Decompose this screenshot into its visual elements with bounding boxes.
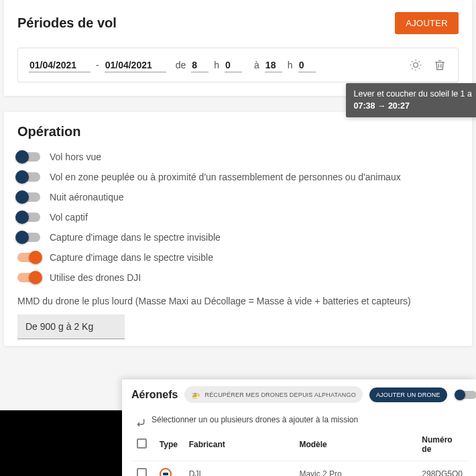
- toggle-dji[interactable]: [17, 273, 40, 282]
- toggle-row-zone-peuplee: Vol en zone peuplée ou à proximité d'un …: [17, 172, 459, 182]
- header-manufacturer: Fabricant: [184, 431, 294, 461]
- tooltip-line2: 07:38 → 20:27: [354, 101, 473, 113]
- toggle-row-captif: Vol captif: [17, 212, 459, 223]
- black-strip: [0, 410, 122, 476]
- toggle-row-vol-hors-vue: Vol hors vue: [17, 152, 459, 162]
- aircraft-panel: Aéronefs 🚁 RÉCUPÉRER MES DRONES DEPUIS A…: [122, 379, 476, 476]
- toggle-row-dji: Utilise des drones DJI: [17, 272, 459, 283]
- svg-point-0: [414, 63, 418, 68]
- flight-periods-header: Périodes de vol AJOUTER: [17, 12, 459, 34]
- toggle-vol-hors-vue[interactable]: [17, 152, 40, 162]
- svg-line-7: [412, 68, 412, 69]
- row-serial: 298DG5Q0: [416, 461, 468, 477]
- select-all-checkbox[interactable]: [137, 438, 147, 449]
- header-type: Type: [154, 431, 184, 461]
- header-model: Modèle: [294, 431, 416, 461]
- sun-icon[interactable]: [408, 58, 423, 72]
- row-manufacturer: DJI: [184, 461, 294, 477]
- toggle-label: Nuit aéronautique: [50, 192, 124, 202]
- archived-toggle-group: Avec archivés: [457, 390, 476, 400]
- aircraft-header: Aéronefs 🚁 RÉCUPÉRER MES DRONES DEPUIS A…: [131, 386, 468, 403]
- add-period-button[interactable]: AJOUTER: [395, 12, 459, 34]
- mmd-select[interactable]: [17, 314, 125, 339]
- row-checkbox[interactable]: [137, 468, 147, 476]
- date-separator: -: [96, 60, 99, 70]
- toggle-row-nuit: Nuit aéronautique: [17, 192, 459, 202]
- archived-toggle[interactable]: [457, 391, 476, 399]
- label-de: de: [176, 60, 186, 70]
- toggle-nuit[interactable]: [17, 192, 40, 202]
- return-arrow-icon: [135, 416, 146, 429]
- header-serial: Numéro de: [416, 431, 468, 461]
- tooltip-line1: Lever et coucher du soleil le 1 a: [354, 88, 473, 101]
- drone-table: Type Fabricant Modèle Numéro de DJI Mavi…: [131, 431, 468, 476]
- toggle-label: Utilise des drones DJI: [50, 272, 141, 283]
- retrieve-label: RÉCUPÉRER MES DRONES DEPUIS ALPHATANGO: [205, 392, 356, 398]
- toggle-label: Vol en zone peuplée ou à proximité d'un …: [50, 172, 401, 182]
- svg-line-8: [419, 61, 420, 62]
- label-a: à: [254, 60, 259, 70]
- add-drone-button[interactable]: AJOUTER UN DRONE: [369, 388, 447, 402]
- trash-icon[interactable]: [432, 58, 447, 72]
- flight-periods-title: Périodes de vol: [17, 15, 117, 31]
- toggle-label: Capture d'image dans le spectre visible: [50, 252, 213, 263]
- period-row: - de h à h: [17, 48, 459, 82]
- toggle-label: Vol captif: [50, 212, 88, 223]
- label-h2: h: [288, 60, 293, 70]
- toggle-label: Vol hors vue: [50, 152, 101, 162]
- flight-periods-card: Périodes de vol AJOUTER - de h à h: [4, 0, 472, 96]
- operation-card: Opération Vol hors vue Vol en zone peupl…: [4, 112, 472, 346]
- row-model: Mavic 2 Pro: [294, 461, 416, 477]
- select-hint-text: Sélectionner un ou plusieurs drones à aj…: [152, 415, 358, 424]
- toggle-captif[interactable]: [17, 213, 40, 222]
- toggle-spectre-visible[interactable]: [17, 253, 40, 262]
- toggle-spectre-invisible[interactable]: [17, 233, 40, 242]
- svg-line-5: [412, 61, 412, 62]
- toggle-row-spectre-invisible: Capture d'image dans le spectre invisibl…: [17, 232, 459, 243]
- table-row[interactable]: DJI Mavic 2 Pro 298DG5Q0: [131, 461, 468, 477]
- operation-title: Opération: [17, 124, 459, 139]
- toggle-label: Capture d'image dans le spectre invisibl…: [50, 232, 221, 243]
- aircraft-title: Aéronefs: [131, 389, 178, 401]
- min-to-input[interactable]: [298, 58, 316, 72]
- date-from-input[interactable]: [29, 58, 91, 72]
- sunrise-sunset-tooltip: Lever et coucher du soleil le 1 a 07:38 …: [346, 83, 477, 117]
- mmd-label: MMD du drone le plus lourd (Masse Maxi a…: [17, 295, 459, 308]
- select-hint: Sélectionner un ou plusieurs drones à aj…: [152, 415, 468, 424]
- min-from-input[interactable]: [225, 58, 242, 72]
- hour-to-input[interactable]: [265, 58, 282, 72]
- drone-type-icon: [160, 468, 172, 476]
- toggle-row-spectre-visible: Capture d'image dans le spectre visible: [17, 252, 459, 263]
- period-actions: [408, 58, 447, 72]
- toggle-zone-peuplee[interactable]: [17, 172, 40, 182]
- label-h1: h: [214, 60, 219, 70]
- svg-line-6: [419, 68, 420, 69]
- drone-icon: 🚁: [191, 390, 200, 399]
- retrieve-drones-button[interactable]: 🚁 RÉCUPÉRER MES DRONES DEPUIS ALPHATANGO: [184, 386, 363, 403]
- date-to-input[interactable]: [105, 58, 166, 72]
- hour-from-input[interactable]: [191, 58, 209, 72]
